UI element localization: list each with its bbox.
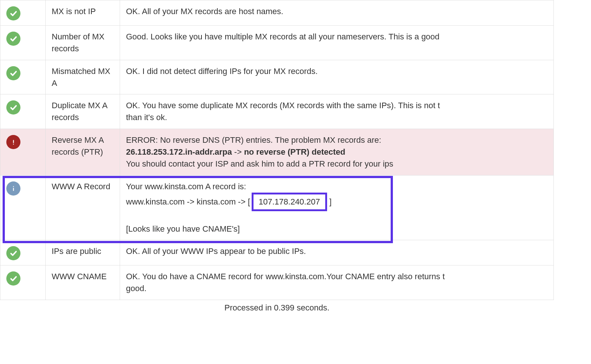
error-line3: You should contact your ISP and ask him … bbox=[126, 159, 393, 168]
error-arrow: -> bbox=[232, 147, 244, 157]
svg-rect-2 bbox=[13, 188, 14, 191]
checkmark-icon bbox=[6, 271, 20, 286]
svg-rect-1 bbox=[13, 144, 14, 145]
processing-time: Processed in 0.399 seconds. bbox=[0, 300, 554, 314]
checkmark-icon bbox=[6, 66, 20, 80]
check-description: OK. You do have a CNAME record for www.k… bbox=[120, 265, 554, 300]
check-label: MX is not IP bbox=[46, 0, 120, 26]
checkmark-icon bbox=[6, 100, 20, 115]
www-a-ip-highlight: 107.178.240.207 bbox=[252, 193, 327, 211]
www-a-post: ] bbox=[327, 197, 332, 206]
table-row: WWW CNAME OK. You do have a CNAME record… bbox=[0, 265, 554, 300]
table-row-error: Reverse MX A records (PTR) ERROR: No rev… bbox=[0, 129, 554, 175]
check-label: Reverse MX A records (PTR) bbox=[46, 129, 120, 175]
check-label: Number of MX records bbox=[46, 25, 120, 60]
error-no-ptr: no reverse (PTR) detected bbox=[244, 147, 345, 157]
check-label: Duplicate MX A records bbox=[46, 94, 120, 129]
check-label: IPs are public bbox=[46, 240, 120, 265]
www-a-line1: Your www.kinsta.com A record is: bbox=[126, 182, 246, 191]
table-row: Mismatched MX A OK. I did not detect dif… bbox=[0, 60, 554, 94]
check-description: OK. All of your MX records are host name… bbox=[120, 0, 554, 26]
check-description: Your www.kinsta.com A record is: www.kin… bbox=[120, 175, 554, 240]
check-description: ERROR: No reverse DNS (PTR) entries. The… bbox=[120, 129, 554, 175]
info-icon bbox=[6, 181, 20, 196]
checkmark-icon bbox=[6, 246, 20, 260]
table-row: Number of MX records Good. Looks like yo… bbox=[0, 25, 554, 60]
check-description: OK. I did not detect differing IPs for y… bbox=[120, 60, 554, 94]
check-description: OK. All of your WWW IPs appear to be pub… bbox=[120, 240, 554, 265]
error-ip-arpa: 26.118.253.172.in-addr.arpa bbox=[126, 147, 232, 157]
table-row: Duplicate MX A records OK. You have some… bbox=[0, 94, 554, 129]
www-a-chain: www.kinsta.com -> kinsta.com -> [ bbox=[126, 197, 250, 206]
dns-results-table: MX is not IP OK. All of your MX records … bbox=[0, 0, 554, 300]
svg-rect-3 bbox=[13, 186, 14, 187]
check-description: OK. You have some duplicate MX records (… bbox=[120, 94, 554, 129]
check-description: Good. Looks like you have multiple MX re… bbox=[120, 25, 554, 60]
checkmark-icon bbox=[6, 32, 20, 46]
error-icon bbox=[6, 135, 20, 149]
check-label: Mismatched MX A bbox=[46, 60, 120, 94]
check-label: WWW CNAME bbox=[46, 265, 120, 300]
www-a-line3: [Looks like you have CNAME's] bbox=[126, 224, 240, 233]
error-line1: ERROR: No reverse DNS (PTR) entries. The… bbox=[126, 135, 381, 145]
table-row-info: WWW A Record Your www.kinsta.com A recor… bbox=[0, 175, 554, 240]
checkmark-icon bbox=[6, 6, 20, 20]
svg-rect-0 bbox=[13, 140, 14, 143]
table-row: MX is not IP OK. All of your MX records … bbox=[0, 0, 554, 26]
table-row: IPs are public OK. All of your WWW IPs a… bbox=[0, 240, 554, 265]
www-a-ip: 107.178.240.207 bbox=[259, 197, 320, 206]
check-label: WWW A Record bbox=[46, 175, 120, 240]
